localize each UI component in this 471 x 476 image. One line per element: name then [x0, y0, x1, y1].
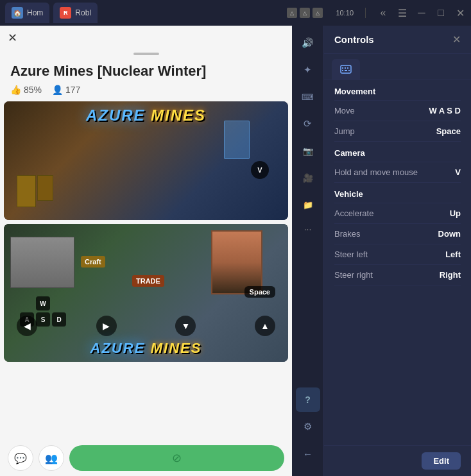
v-key-badge: V — [251, 161, 269, 179]
tab-home[interactable]: 🏠 Hom — [5, 3, 49, 23]
home-tab-label: Hom — [27, 8, 43, 17]
controls-title: Controls — [334, 34, 374, 45]
right-arrow[interactable]: ▲ — [255, 316, 275, 336]
app-stats: 👍 85% 👤 177 — [10, 85, 282, 95]
keyboard-icon: ⌨ — [302, 92, 314, 102]
accelerate-label: Accelerate — [334, 208, 373, 218]
install-button[interactable]: ⊘ — [69, 445, 284, 471]
app-title: Azure Mines [Nuclear Winter] — [10, 63, 282, 80]
rating-stat: 👍 85% — [10, 85, 42, 95]
minimize-button[interactable]: ─ — [416, 7, 427, 19]
close-area: ✕ — [0, 26, 292, 50]
sidebar-camera-btn[interactable]: 📷 — [296, 139, 320, 163]
roblox-tab-label: Robl — [75, 8, 91, 17]
w-key: W — [36, 296, 50, 310]
users-button[interactable]: 👥 — [39, 445, 64, 471]
hold-mouse-row: Hold and move mouse V — [334, 162, 461, 183]
tab-roblox[interactable]: R Robl — [53, 3, 98, 23]
sidebar-rotate-btn[interactable]: ⟳ — [296, 112, 320, 136]
sidebar-back-btn[interactable]: ← — [296, 441, 320, 466]
players-stat: 👤 177 — [52, 85, 80, 95]
help-icon: ? — [305, 395, 311, 405]
close-controls-button[interactable]: ✕ — [452, 33, 461, 46]
players-value: 177 — [65, 85, 80, 95]
svg-rect-6 — [348, 70, 350, 71]
controls-footer: Edit — [324, 445, 471, 476]
move-value: W A S D — [429, 106, 461, 115]
keyboard-tab-icon — [338, 63, 354, 76]
rating-value: 85% — [24, 85, 42, 95]
clock: 10:10 — [336, 9, 354, 17]
play-arrow[interactable]: ▶ — [96, 316, 117, 336]
steer-left-label: Steer left — [334, 250, 368, 259]
thumbs-up-icon: 👍 — [10, 85, 21, 95]
svg-rect-1 — [342, 67, 343, 69]
svg-rect-2 — [345, 67, 346, 69]
menu-button[interactable]: ☰ — [397, 7, 408, 19]
camera-icon: 📷 — [303, 146, 313, 156]
maximize-button[interactable]: □ — [435, 7, 447, 19]
sidebar-dots: ··· — [304, 223, 312, 235]
users-icon: 👥 — [45, 452, 58, 464]
sidebar-folder-btn[interactable]: 📁 — [296, 192, 320, 217]
players-icon: 👤 — [52, 85, 63, 95]
sidebar-keyboard-btn[interactable]: ⌨ — [296, 85, 320, 109]
back-button[interactable]: « — [377, 7, 389, 19]
rotate-icon: ⟳ — [304, 118, 312, 130]
close-button[interactable]: ✕ — [8, 31, 17, 45]
jump-label: Jump — [334, 126, 355, 136]
azure-text-2: AZURE — [90, 340, 146, 356]
keyboard-controls-tab[interactable] — [332, 59, 360, 80]
tray-icon-3: △ — [313, 8, 323, 18]
steer-left-row: Steer left Left — [334, 244, 461, 265]
back-icon: ← — [303, 448, 313, 459]
sidebar-video-btn[interactable]: 🎥 — [296, 166, 320, 190]
vehicle-header: Vehicle — [334, 183, 461, 203]
move-label: Move — [334, 106, 355, 115]
left-arrow[interactable]: ◀ — [17, 316, 37, 336]
screenshot-1: V AZURE MINES — [4, 101, 288, 220]
hold-mouse-value: V — [455, 167, 461, 177]
craft-sign: Craft — [81, 256, 105, 268]
move-row: Move W A S D — [334, 101, 461, 121]
game-logo-1: AZURE MINES — [4, 106, 288, 124]
video-icon: 🎥 — [303, 173, 313, 183]
brakes-label: Brakes — [334, 229, 360, 239]
title-bar: 🏠 Hom R Robl △ △ △ 10:10 « ☰ ─ □ ✕ — [0, 0, 471, 26]
svg-rect-0 — [341, 65, 351, 73]
svg-rect-3 — [347, 67, 348, 69]
sidebar-settings-btn[interactable]: ⚙ — [296, 414, 320, 439]
accelerate-value: Up — [450, 208, 461, 218]
vehicle-section: Vehicle Accelerate Up Brakes Down Steer … — [324, 183, 471, 285]
sidebar: 🔊 ✦ ⌨ ⟳ 📷 🎥 📁 ··· ? ⚙ — [292, 26, 324, 476]
steer-left-value: Left — [445, 250, 461, 259]
sidebar-touch-btn[interactable]: ✦ — [296, 58, 320, 82]
brakes-row: Brakes Down — [334, 224, 461, 244]
app-info: Azure Mines [Nuclear Winter] 👍 85% 👤 177 — [0, 50, 292, 101]
camera-section: Camera Hold and move mouse V — [324, 142, 471, 183]
edit-button[interactable]: Edit — [422, 452, 461, 470]
controls-content: Movement Move W A S D Jump Space Camera … — [324, 80, 471, 445]
sidebar-volume-btn[interactable]: 🔊 — [296, 31, 320, 55]
azure-text-1: AZURE — [86, 106, 146, 124]
down-arrow[interactable]: ▼ — [175, 316, 196, 336]
close-window-button[interactable]: ✕ — [454, 7, 466, 19]
sidebar-bottom: ? ⚙ ← — [296, 387, 320, 471]
settings-icon: ⚙ — [304, 421, 312, 432]
steer-right-value: Right — [440, 270, 461, 280]
main-area: ✕ Azure Mines [Nuclear Winter] 👍 85% 👤 1… — [0, 26, 471, 476]
divider — [365, 8, 366, 18]
accelerate-row: Accelerate Up — [334, 203, 461, 224]
brakes-value: Down — [438, 229, 461, 239]
controls-header: Controls ✕ — [324, 26, 471, 54]
chat-button[interactable]: 💬 — [8, 445, 33, 471]
steer-right-row: Steer right Right — [334, 265, 461, 285]
jump-value: Space — [436, 126, 461, 136]
sidebar-help-btn[interactable]: ? — [296, 387, 320, 412]
left-panel: ✕ Azure Mines [Nuclear Winter] 👍 85% 👤 1… — [0, 26, 292, 476]
mines-text-1: MINES — [151, 106, 206, 124]
scroll-indicator — [133, 53, 159, 55]
bottom-controls: 💬 👥 ⊘ — [0, 440, 292, 476]
install-icon: ⊘ — [172, 451, 182, 465]
touch-icon: ✦ — [304, 64, 312, 76]
